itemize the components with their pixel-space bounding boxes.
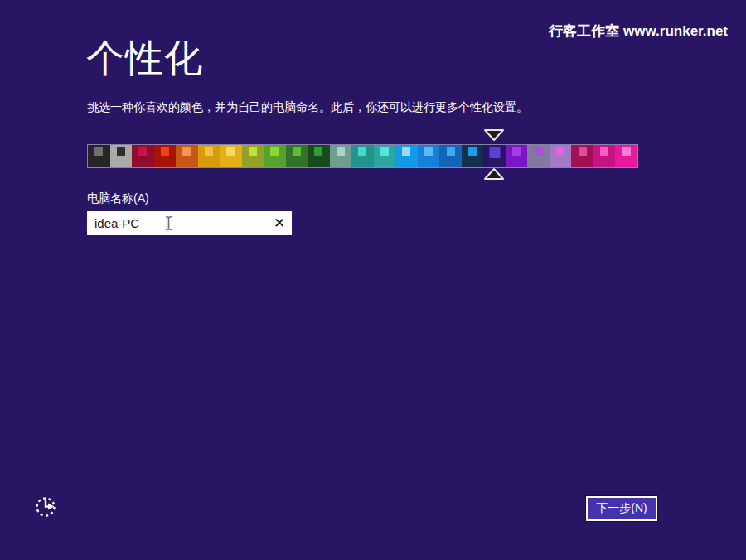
swatch-accent	[402, 147, 410, 156]
swatch-accent	[270, 147, 279, 156]
color-swatch[interactable]	[527, 145, 550, 167]
color-picker	[87, 128, 637, 180]
swatch-accent	[468, 147, 477, 156]
color-swatch[interactable]	[198, 145, 220, 167]
swatch-accent	[117, 147, 125, 156]
color-swatch[interactable]	[374, 145, 396, 167]
color-swatch[interactable]	[351, 145, 374, 167]
ease-of-access-icon[interactable]	[34, 495, 57, 519]
swatch-accent	[226, 147, 235, 156]
swatch-accent	[205, 147, 213, 156]
swatch-accent	[358, 147, 366, 156]
color-swatch[interactable]	[593, 145, 616, 167]
swatch-accent	[314, 147, 322, 156]
swatch-accent	[447, 147, 455, 156]
color-strip[interactable]	[87, 144, 638, 168]
next-button[interactable]: 下一步(N)	[586, 496, 657, 521]
swatch-accent	[489, 147, 500, 158]
swatch-accent	[380, 147, 389, 156]
color-swatch[interactable]	[132, 145, 154, 167]
page-subtitle: 挑选一种你喜欢的颜色，并为自己的电脑命名。此后，你还可以进行更多个性化设置。	[87, 100, 528, 115]
color-swatch[interactable]	[88, 145, 110, 167]
color-swatch[interactable]	[418, 145, 440, 167]
swatch-accent	[556, 147, 564, 156]
color-swatch[interactable]	[264, 145, 286, 167]
computer-name-label: 电脑名称(A)	[87, 191, 149, 206]
computer-name-input[interactable]	[87, 211, 267, 235]
color-swatch[interactable]	[462, 145, 484, 167]
color-swatch[interactable]	[286, 145, 308, 167]
swatch-accent	[94, 147, 103, 156]
swatch-accent	[535, 147, 543, 156]
swatch-accent	[293, 147, 301, 156]
color-swatch[interactable]	[110, 145, 133, 167]
color-swatch[interactable]	[506, 145, 528, 167]
swatch-accent	[138, 147, 147, 156]
page-title: 个性化	[86, 33, 203, 84]
swatch-accent	[579, 147, 587, 156]
swatch-accent	[161, 147, 169, 156]
color-swatch[interactable]	[220, 145, 242, 167]
swatch-accent	[600, 147, 608, 156]
watermark: 行客工作室 www.runker.net	[549, 22, 728, 41]
color-swatch[interactable]	[242, 145, 264, 167]
color-swatch[interactable]	[439, 145, 462, 167]
swatch-accent	[337, 147, 345, 156]
selection-arrow-up-icon[interactable]	[483, 167, 505, 181]
swatch-accent	[182, 147, 191, 156]
clear-icon[interactable]: ✕	[267, 211, 292, 235]
color-swatch[interactable]	[154, 145, 177, 167]
swatch-accent	[424, 147, 433, 156]
swatch-accent	[622, 147, 631, 156]
color-swatch[interactable]	[483, 145, 506, 167]
color-swatch[interactable]	[176, 145, 198, 167]
selection-arrow-down-icon[interactable]	[483, 128, 505, 142]
swatch-accent	[249, 147, 257, 156]
color-swatch[interactable]	[550, 145, 572, 167]
swatch-accent	[512, 147, 521, 156]
color-swatch[interactable]	[330, 145, 352, 167]
color-swatch[interactable]	[571, 145, 593, 167]
computer-name-input-wrap: ✕	[87, 211, 292, 235]
color-swatch[interactable]	[615, 145, 637, 167]
color-swatch[interactable]	[308, 145, 330, 167]
color-swatch[interactable]	[395, 145, 418, 167]
